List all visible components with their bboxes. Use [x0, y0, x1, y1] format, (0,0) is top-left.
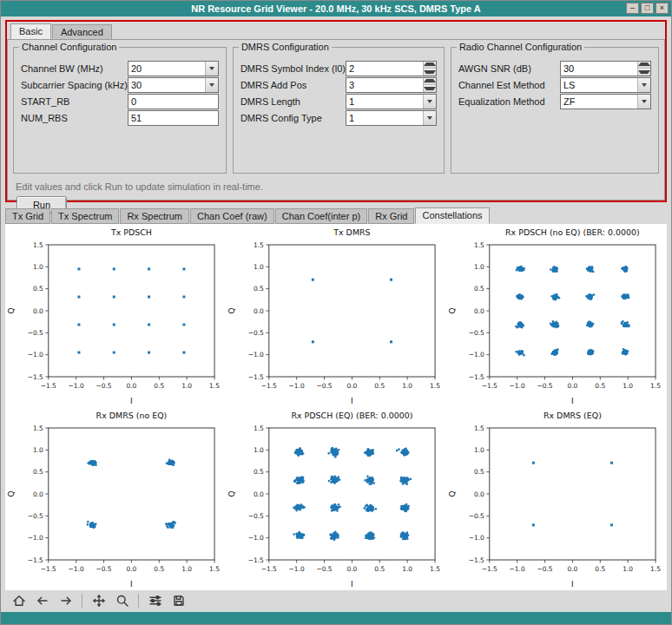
constellation-rx-dmrs-eq: −1.5−1.5−1.0−1.0−0.5−0.50.00.00.50.51.01…	[446, 407, 667, 590]
svg-text:0.0: 0.0	[346, 382, 357, 390]
groupbox-title: Channel Configuration	[19, 42, 119, 52]
svg-text:−1.5: −1.5	[41, 382, 56, 390]
maximize-button[interactable]: □	[641, 3, 654, 14]
chevron-down-icon[interactable]	[205, 62, 218, 76]
svg-text:0.0: 0.0	[474, 307, 484, 315]
svg-text:Q: Q	[7, 490, 16, 497]
spin-down-icon[interactable]	[424, 84, 436, 92]
field-label: Subcarrier Spacing (kHz)	[21, 80, 128, 90]
forward-icon	[59, 594, 73, 608]
svg-text:−1.0: −1.0	[510, 565, 525, 573]
configure-subplots-button[interactable]	[144, 591, 166, 610]
svg-text:−0.5: −0.5	[469, 512, 484, 520]
svg-text:−1.5: −1.5	[469, 373, 484, 381]
field-label: Channel Est Method	[458, 80, 560, 90]
tab-rx-grid[interactable]: Rx Grid	[368, 208, 414, 224]
spin-down-icon[interactable]	[424, 68, 436, 76]
minimize-button[interactable]: –	[626, 3, 639, 14]
svg-text:−0.5: −0.5	[469, 329, 484, 337]
svg-text:0.5: 0.5	[254, 285, 264, 293]
combobox-value: 30	[128, 78, 205, 92]
save-icon	[172, 594, 186, 608]
zoom-button[interactable]	[111, 591, 133, 610]
svg-text:−1.0: −1.0	[469, 534, 484, 542]
dmrs-add-pos-spinbox[interactable]: 3	[346, 77, 437, 93]
constellation-plot: −1.5−1.5−1.0−1.0−0.5−0.50.00.00.50.51.01…	[446, 224, 667, 407]
home-button[interactable]	[8, 591, 30, 610]
chevron-down-icon[interactable]	[423, 111, 436, 125]
awgn-snr-spinbox[interactable]: 30	[560, 61, 651, 76]
chevron-down-icon[interactable]	[205, 78, 218, 92]
chevron-down-icon[interactable]	[637, 78, 650, 92]
save-button[interactable]	[168, 591, 189, 610]
spinbox-value: 3	[346, 78, 423, 92]
channel-est-method-combobox[interactable]: LS	[560, 77, 651, 93]
svg-text:0.0: 0.0	[254, 307, 264, 315]
svg-text:−1.0: −1.0	[510, 382, 525, 390]
svg-text:1.5: 1.5	[474, 241, 484, 249]
constellation-plot: −1.5−1.5−1.0−1.0−0.5−0.50.00.00.50.51.01…	[226, 407, 446, 590]
svg-text:0.5: 0.5	[33, 468, 43, 476]
tab-advanced[interactable]: Advanced	[52, 24, 112, 39]
tab-constellations[interactable]: Constellations	[415, 207, 489, 224]
channel-bw-combobox[interactable]: 20	[128, 61, 219, 76]
svg-text:0.5: 0.5	[154, 565, 164, 573]
pan-button[interactable]	[88, 591, 109, 610]
svg-text:1.5: 1.5	[254, 241, 264, 249]
subcarrier-spacing-combobox[interactable]: 30	[128, 77, 219, 93]
svg-text:Tx DMRS: Tx DMRS	[333, 227, 370, 237]
combobox-value: ZF	[561, 95, 637, 109]
equalization-method-combobox[interactable]: ZF	[560, 94, 651, 109]
svg-text:1.0: 1.0	[33, 446, 43, 454]
forward-button[interactable]	[55, 591, 76, 610]
field-awgn-snr: AWGN SNR (dB) 30	[458, 60, 651, 76]
tab-tx-spectrum[interactable]: Tx Spectrum	[51, 208, 119, 224]
svg-text:I: I	[130, 397, 133, 405]
field-label: DMRS Config Type	[240, 113, 346, 123]
close-button[interactable]: ×	[656, 3, 669, 14]
svg-text:−0.5: −0.5	[96, 382, 112, 390]
combobox-value: 1	[346, 111, 423, 125]
config-notebook: Basic Advanced Channel Configuration Cha…	[5, 20, 667, 202]
field-num-rbs: NUM_RBS	[21, 109, 219, 126]
dmrs-length-combobox[interactable]: 1	[346, 94, 437, 109]
svg-text:0.0: 0.0	[126, 565, 136, 573]
tab-basic[interactable]: Basic	[10, 23, 51, 39]
tab-tx-grid[interactable]: Tx Grid	[5, 208, 50, 224]
spin-up-icon[interactable]	[424, 62, 436, 69]
home-icon	[12, 594, 26, 608]
configure-subplots-icon	[148, 594, 162, 608]
dmrs-symbol-index-spinbox[interactable]: 2	[346, 61, 437, 76]
num-rbs-input[interactable]	[128, 110, 219, 126]
plot-canvas[interactable]: −1.5−1.5−1.0−1.0−0.5−0.50.00.00.50.51.01…	[5, 224, 667, 590]
chevron-down-icon[interactable]	[637, 95, 650, 109]
spin-up-icon[interactable]	[424, 78, 436, 85]
dmrs-config-type-combobox[interactable]: 1	[346, 110, 437, 126]
chevron-down-icon[interactable]	[423, 95, 436, 109]
svg-text:−1.0: −1.0	[248, 351, 264, 359]
svg-text:1.5: 1.5	[33, 424, 43, 432]
svg-text:1.0: 1.0	[474, 263, 484, 271]
status-text: Edit values and click Run to update simu…	[16, 181, 657, 192]
tab-chan-coef-raw[interactable]: Chan Coef (raw)	[190, 208, 274, 224]
start-rb-input[interactable]	[128, 94, 219, 109]
svg-text:Q: Q	[227, 490, 236, 497]
svg-text:1.0: 1.0	[254, 446, 264, 454]
back-button[interactable]	[31, 591, 53, 610]
svg-text:1.0: 1.0	[623, 382, 633, 390]
window-controls: – □ ×	[626, 3, 669, 14]
spin-down-icon[interactable]	[638, 68, 650, 76]
field-subcarrier-spacing: Subcarrier Spacing (kHz) 30	[21, 76, 219, 93]
constellation-tx-dmrs: −1.5−1.5−1.0−1.0−0.5−0.50.00.00.50.51.01…	[226, 224, 446, 407]
app-window: { "window": { "title": "NR Resource Grid…	[0, 0, 672, 625]
field-dmrs-config-type: DMRS Config Type 1	[240, 109, 437, 126]
tab-chan-coef-interp[interactable]: Chan Coef(inter p)	[275, 208, 368, 224]
svg-text:1.0: 1.0	[181, 382, 192, 390]
combobox-value: 20	[128, 62, 205, 76]
constellation-plot: −1.5−1.5−1.0−1.0−0.5−0.50.00.00.50.51.01…	[5, 224, 226, 407]
tab-rx-spectrum[interactable]: Rx Spectrum	[120, 208, 189, 224]
spin-up-icon[interactable]	[638, 62, 650, 69]
svg-text:Rx DMRS (EQ): Rx DMRS (EQ)	[544, 411, 602, 420]
svg-text:−1.0: −1.0	[248, 534, 264, 542]
combobox-value: 1	[346, 95, 423, 109]
